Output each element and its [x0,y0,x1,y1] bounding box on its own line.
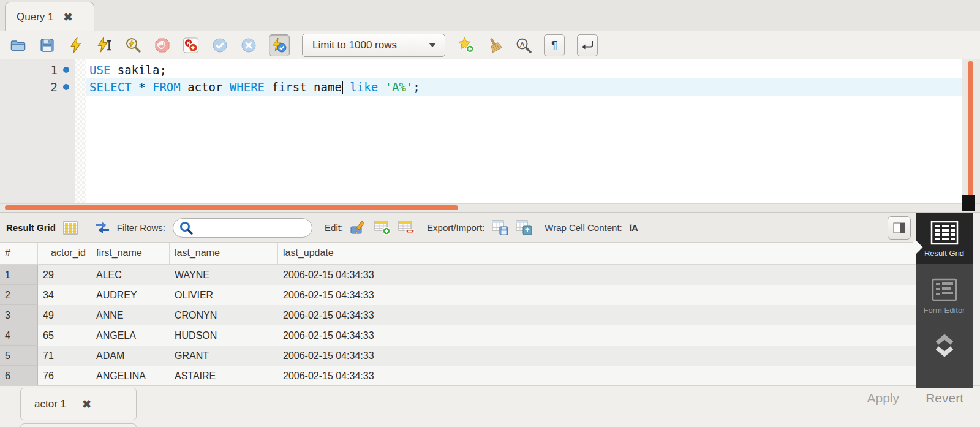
chevron-down-icon [429,43,436,47]
table-row[interactable]: 676ANGELINAASTAIRE2006-02-15 04:34:33 [0,366,916,385]
cell[interactable]: 34 [38,285,91,305]
column-header-first_name[interactable]: first_name [91,243,170,264]
cell[interactable]: HUDSON [170,325,278,346]
row-number[interactable]: 6 [0,366,38,385]
delete-row-icon[interactable] [398,220,415,235]
table-row[interactable]: 234AUDREYOLIVIER2006-02-15 04:34:33 [0,285,916,305]
table-row[interactable]: 129ALECWAYNE2006-02-15 04:34:33 [0,265,916,285]
tab-actor-1[interactable]: actor 1 ✖ [20,388,137,420]
cell[interactable]: ASTAIRE [170,366,278,385]
column-header-last_update[interactable]: last_update [278,243,405,264]
cell[interactable]: 2006-02-15 04:34:33 [278,346,405,366]
refresh-icon[interactable] [95,221,110,234]
editor-line[interactable]: 2 SELECT * FROM actor WHERE first_name l… [0,78,962,96]
sidebar-item-result-grid[interactable]: Result Grid [916,213,973,264]
toggle-side-panel-button[interactable] [888,216,911,240]
cell[interactable]: CRONYN [170,305,278,325]
sql-token: * [132,80,153,94]
column-header-actor_id[interactable]: actor_id [38,243,91,264]
cell[interactable]: GRANT [170,346,278,366]
row-number[interactable]: 3 [0,305,38,325]
chevron-up-icon[interactable] [934,334,955,345]
cell[interactable]: 76 [38,366,91,385]
wrap-text-button[interactable] [577,34,598,56]
cell[interactable]: WAYNE [170,265,278,285]
cell[interactable]: OLIVIER [170,285,278,305]
cell[interactable]: 71 [38,346,91,366]
export-recordset-icon[interactable] [492,220,508,235]
result-tab-bar: actor 1 ✖ Apply Revert [0,385,980,427]
edit-record-icon[interactable] [350,221,367,235]
cell[interactable]: 49 [38,305,91,325]
cell[interactable]: 2006-02-15 04:34:33 [278,366,405,385]
toggle-autocommit-button[interactable] [269,34,290,56]
stop-query-icon[interactable] [154,37,170,53]
cell[interactable]: 65 [38,325,91,346]
find-icon[interactable]: A [515,37,532,53]
row-number[interactable]: 1 [0,265,38,285]
code-area[interactable]: 1 USE sakila; 2 SELECT * FROM actor WHER… [0,61,962,96]
sql-token: FROM [153,80,181,94]
row-number[interactable]: 5 [0,346,38,366]
row-number[interactable]: 4 [0,325,38,346]
filter-rows-searchbox[interactable] [173,218,312,238]
save-file-icon[interactable] [39,37,55,53]
column-header-last_name[interactable]: last_name [170,243,278,264]
cell[interactable]: ANGELINA [91,366,170,385]
row-limit-dropdown[interactable]: Limit to 1000 rows [302,34,445,57]
table-row[interactable]: 465ANGELAHUDSON2006-02-15 04:34:33 [0,325,916,346]
statement-marker [58,78,75,96]
cell[interactable]: 2006-02-15 04:34:33 [278,285,405,305]
execute-current-statement-icon[interactable] [96,37,113,53]
cell[interactable]: ADAM [91,346,170,366]
tab-query-1[interactable]: Query 1 ✖ [5,2,94,31]
wrap-cell-content-icon[interactable]: ĪA [630,222,638,233]
rollback-icon[interactable] [240,37,257,53]
cell[interactable]: 2006-02-15 04:34:33 [278,265,405,285]
apply-button[interactable]: Apply [867,391,899,406]
cell[interactable]: 2006-02-15 04:34:33 [278,305,405,325]
line-number: 1 [0,61,58,78]
result-grid: #actor_idfirst_namelast_namelast_update … [0,243,916,385]
close-icon[interactable]: ✖ [63,12,72,23]
sql-editor[interactable]: 1 USE sakila; 2 SELECT * FROM actor WHER… [0,59,980,203]
sql-toolbar: Limit to 1000 rows A ¶ [0,31,980,59]
cell[interactable]: ANNE [91,305,170,325]
save-snippet-icon[interactable] [458,37,474,53]
sql-token: first_name [265,80,342,94]
row-number[interactable]: 2 [0,285,38,305]
table-row[interactable]: 349ANNECRONYN2006-02-15 04:34:33 [0,305,916,325]
pilcrow-icon: ¶ [551,39,557,52]
beautify-icon[interactable] [486,37,503,53]
add-row-icon[interactable] [374,220,391,235]
result-grid-body: 129ALECWAYNE2006-02-15 04:34:33234AUDREY… [0,265,916,385]
export-import-label: Export/Import: [427,222,484,233]
cell[interactable]: ALEC [91,265,170,285]
line-content[interactable]: USE sakila; [86,61,962,78]
chevron-down-icon[interactable] [934,346,955,357]
explain-query-icon[interactable] [125,37,141,53]
commit-icon[interactable] [211,37,228,53]
cell[interactable]: AUDREY [91,285,170,305]
editor-vertical-scrollbar-thumb[interactable] [968,61,973,196]
sidebar-item-form-editor[interactable]: Form Editor [916,264,973,319]
editor-line[interactable]: 1 USE sakila; [0,61,962,78]
revert-button[interactable]: Revert [925,391,963,406]
cell[interactable]: 2006-02-15 04:34:33 [278,325,405,346]
open-file-icon[interactable] [10,37,26,53]
wrap-cell-content-label: Wrap Cell Content: [545,222,622,233]
output-panel-edge [20,423,137,427]
close-icon[interactable]: ✖ [82,399,91,410]
execute-query-icon[interactable] [67,37,84,53]
column-header-rownum[interactable]: # [0,243,38,264]
filter-rows-input[interactable] [197,222,312,233]
cell[interactable]: ANGELA [91,325,170,346]
editor-horizontal-scrollbar-thumb[interactable] [5,205,458,210]
show-invisibles-button[interactable]: ¶ [544,34,565,56]
toggle-stop-on-error-icon[interactable] [183,37,199,53]
import-recordset-icon[interactable] [516,220,532,235]
table-row[interactable]: 571ADAMGRANT2006-02-15 04:34:33 [0,346,916,366]
cell[interactable]: 29 [38,265,91,285]
line-content[interactable]: SELECT * FROM actor WHERE first_name lik… [86,78,962,96]
result-view-sidebar: Result Grid Form Editor [916,213,973,388]
